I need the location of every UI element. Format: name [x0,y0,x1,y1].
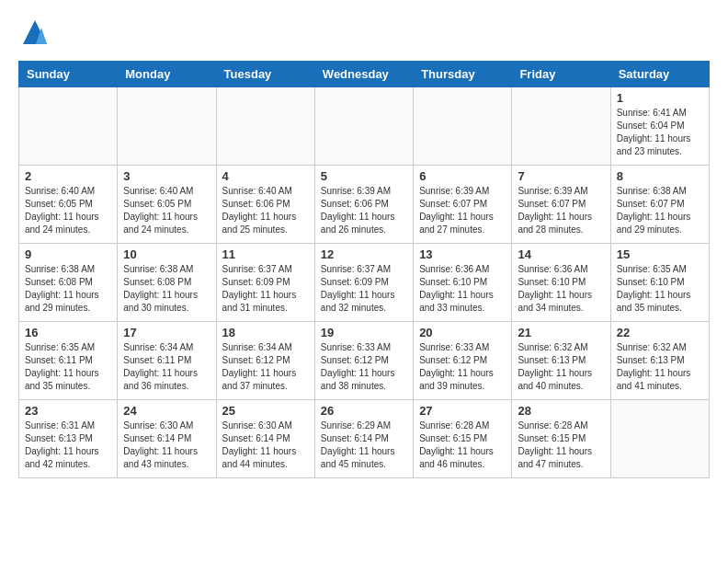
calendar-cell [314,87,413,166]
calendar-week-row: 1Sunrise: 6:41 AM Sunset: 6:04 PM Daylig… [19,87,710,166]
calendar-cell: 23Sunrise: 6:31 AM Sunset: 6:13 PM Dayli… [19,400,118,478]
day-number: 2 [25,169,111,183]
weekday-header-wednesday: Wednesday [314,62,413,87]
page-header [18,18,710,52]
day-info: Sunrise: 6:34 AM Sunset: 6:12 PM Dayligh… [222,341,309,393]
calendar-cell: 14Sunrise: 6:36 AM Sunset: 6:10 PM Dayli… [512,244,610,322]
weekday-header-row: SundayMondayTuesdayWednesdayThursdayFrid… [19,62,710,87]
calendar-cell [512,87,610,166]
day-info: Sunrise: 6:41 AM Sunset: 6:04 PM Dayligh… [617,107,703,158]
day-number: 14 [518,247,604,261]
calendar-cell: 1Sunrise: 6:41 AM Sunset: 6:04 PM Daylig… [610,87,709,166]
calendar-week-row: 16Sunrise: 6:35 AM Sunset: 6:11 PM Dayli… [19,322,710,400]
day-number: 13 [419,247,506,261]
day-number: 28 [518,404,604,418]
calendar-cell [19,87,118,166]
day-info: Sunrise: 6:35 AM Sunset: 6:11 PM Dayligh… [25,341,111,393]
calendar-cell: 20Sunrise: 6:33 AM Sunset: 6:12 PM Dayli… [414,322,512,400]
calendar-cell [216,87,314,166]
day-info: Sunrise: 6:37 AM Sunset: 6:09 PM Dayligh… [321,263,407,315]
weekday-header-thursday: Thursday [414,62,512,87]
day-number: 12 [321,247,407,261]
weekday-header-friday: Friday [512,62,610,87]
day-number: 24 [123,404,210,418]
day-info: Sunrise: 6:28 AM Sunset: 6:15 PM Dayligh… [419,419,506,471]
day-number: 21 [518,326,604,339]
day-number: 16 [25,326,111,339]
calendar-cell: 12Sunrise: 6:37 AM Sunset: 6:09 PM Dayli… [314,244,413,322]
day-info: Sunrise: 6:40 AM Sunset: 6:06 PM Dayligh… [222,185,309,236]
day-info: Sunrise: 6:33 AM Sunset: 6:12 PM Dayligh… [419,341,506,393]
day-info: Sunrise: 6:34 AM Sunset: 6:11 PM Dayligh… [123,341,210,393]
calendar-cell: 17Sunrise: 6:34 AM Sunset: 6:11 PM Dayli… [118,322,216,400]
calendar-cell: 5Sunrise: 6:39 AM Sunset: 6:06 PM Daylig… [314,166,413,244]
calendar-cell: 11Sunrise: 6:37 AM Sunset: 6:09 PM Dayli… [216,244,314,322]
calendar-cell: 18Sunrise: 6:34 AM Sunset: 6:12 PM Dayli… [216,322,314,400]
day-info: Sunrise: 6:36 AM Sunset: 6:10 PM Dayligh… [518,263,604,315]
weekday-header-sunday: Sunday [19,62,118,87]
day-number: 11 [222,247,309,261]
calendar-cell: 25Sunrise: 6:30 AM Sunset: 6:14 PM Dayli… [216,400,314,478]
day-info: Sunrise: 6:38 AM Sunset: 6:07 PM Dayligh… [617,185,703,236]
day-number: 25 [222,404,309,418]
day-info: Sunrise: 6:40 AM Sunset: 6:05 PM Dayligh… [25,185,111,236]
logo-icon [21,18,49,46]
day-info: Sunrise: 6:33 AM Sunset: 6:12 PM Dayligh… [321,341,407,393]
calendar-week-row: 23Sunrise: 6:31 AM Sunset: 6:13 PM Dayli… [19,400,710,478]
day-number: 15 [617,247,703,261]
calendar-cell [610,400,709,478]
day-info: Sunrise: 6:30 AM Sunset: 6:14 PM Dayligh… [123,419,210,471]
calendar-cell: 22Sunrise: 6:32 AM Sunset: 6:13 PM Dayli… [610,322,709,400]
day-number: 22 [617,326,703,339]
day-info: Sunrise: 6:40 AM Sunset: 6:05 PM Dayligh… [123,185,210,236]
calendar-cell: 28Sunrise: 6:28 AM Sunset: 6:15 PM Dayli… [512,400,610,478]
day-number: 1 [617,91,703,105]
day-number: 23 [25,404,111,418]
logo [18,18,49,52]
calendar-cell: 16Sunrise: 6:35 AM Sunset: 6:11 PM Dayli… [19,322,118,400]
day-number: 9 [25,247,111,261]
calendar-cell: 6Sunrise: 6:39 AM Sunset: 6:07 PM Daylig… [414,166,512,244]
calendar-cell: 13Sunrise: 6:36 AM Sunset: 6:10 PM Dayli… [414,244,512,322]
calendar-cell: 7Sunrise: 6:39 AM Sunset: 6:07 PM Daylig… [512,166,610,244]
calendar-cell [414,87,512,166]
calendar-cell: 21Sunrise: 6:32 AM Sunset: 6:13 PM Dayli… [512,322,610,400]
day-number: 18 [222,326,309,339]
weekday-header-saturday: Saturday [610,62,709,87]
calendar-cell: 9Sunrise: 6:38 AM Sunset: 6:08 PM Daylig… [19,244,118,322]
calendar-cell: 2Sunrise: 6:40 AM Sunset: 6:05 PM Daylig… [19,166,118,244]
day-info: Sunrise: 6:35 AM Sunset: 6:10 PM Dayligh… [617,263,703,315]
weekday-header-monday: Monday [118,62,216,87]
day-number: 26 [321,404,407,418]
day-number: 10 [123,247,210,261]
day-info: Sunrise: 6:39 AM Sunset: 6:07 PM Dayligh… [419,185,506,236]
calendar-cell [118,87,216,166]
day-info: Sunrise: 6:38 AM Sunset: 6:08 PM Dayligh… [25,263,111,315]
day-number: 5 [321,169,407,183]
calendar-cell: 15Sunrise: 6:35 AM Sunset: 6:10 PM Dayli… [610,244,709,322]
day-number: 20 [419,326,506,339]
day-info: Sunrise: 6:39 AM Sunset: 6:06 PM Dayligh… [321,185,407,236]
day-info: Sunrise: 6:39 AM Sunset: 6:07 PM Dayligh… [518,185,604,236]
day-number: 6 [419,169,506,183]
weekday-header-tuesday: Tuesday [216,62,314,87]
day-info: Sunrise: 6:28 AM Sunset: 6:15 PM Dayligh… [518,419,604,471]
calendar-cell: 3Sunrise: 6:40 AM Sunset: 6:05 PM Daylig… [118,166,216,244]
day-info: Sunrise: 6:36 AM Sunset: 6:10 PM Dayligh… [419,263,506,315]
day-number: 7 [518,169,604,183]
day-info: Sunrise: 6:31 AM Sunset: 6:13 PM Dayligh… [25,419,111,471]
day-number: 8 [617,169,703,183]
day-info: Sunrise: 6:37 AM Sunset: 6:09 PM Dayligh… [222,263,309,315]
day-number: 27 [419,404,506,418]
calendar-week-row: 9Sunrise: 6:38 AM Sunset: 6:08 PM Daylig… [19,244,710,322]
day-number: 3 [123,169,210,183]
day-info: Sunrise: 6:38 AM Sunset: 6:08 PM Dayligh… [123,263,210,315]
day-number: 19 [321,326,407,339]
calendar-week-row: 2Sunrise: 6:40 AM Sunset: 6:05 PM Daylig… [19,166,710,244]
calendar-table: SundayMondayTuesdayWednesdayThursdayFrid… [18,61,710,478]
calendar-cell: 26Sunrise: 6:29 AM Sunset: 6:14 PM Dayli… [314,400,413,478]
day-info: Sunrise: 6:32 AM Sunset: 6:13 PM Dayligh… [617,341,703,393]
calendar-cell: 19Sunrise: 6:33 AM Sunset: 6:12 PM Dayli… [314,322,413,400]
calendar-cell: 10Sunrise: 6:38 AM Sunset: 6:08 PM Dayli… [118,244,216,322]
calendar-cell: 24Sunrise: 6:30 AM Sunset: 6:14 PM Dayli… [118,400,216,478]
